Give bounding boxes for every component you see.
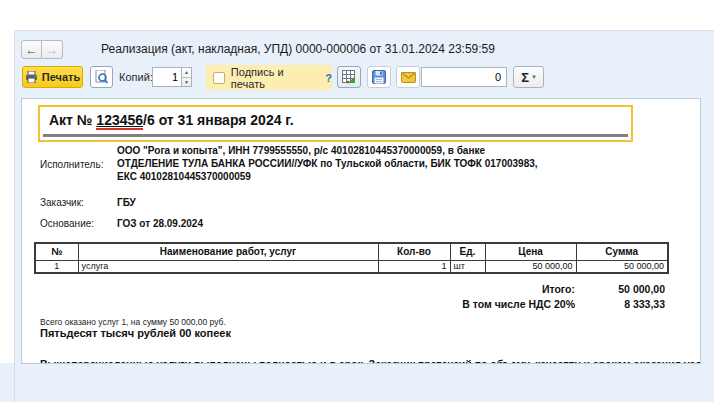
total-value: 50 000,00: [618, 283, 665, 295]
signature-option-group: Подпись и печать ?: [206, 65, 332, 90]
col-header-name: Наименование работ, услуг: [78, 243, 378, 260]
forward-button[interactable]: →: [42, 40, 63, 59]
printer-icon: [25, 71, 38, 83]
services-summary: Всего оказано услуг 1, на сумму 50 000,0…: [40, 317, 226, 327]
print-button[interactable]: Печать: [22, 66, 83, 88]
table-row[interactable]: 1 услуга 1 шт 50 000,00 50 000,00: [35, 260, 668, 273]
col-header-price: Цена: [485, 243, 576, 260]
act-title-suffix: /6 от 31 января 2024 г.: [143, 112, 294, 128]
act-title: Акт № 123456/6 от 31 января 2024 г.: [49, 112, 294, 128]
title-underline-rule: [43, 134, 628, 137]
cell-qty: 1: [378, 260, 450, 273]
spinner-up-icon[interactable]: ▲: [182, 68, 191, 78]
customer-label: Заказчик:: [40, 197, 84, 208]
selected-title-cell[interactable]: Акт № 123456/6 от 31 января 2024 г.: [38, 105, 633, 142]
vat-label: В том числе НДС 20%: [462, 298, 575, 310]
act-number: 123456: [96, 112, 143, 130]
print-form-window: ← → Реализация (акт, накладная, УПД) 000…: [14, 30, 714, 402]
save-button[interactable]: [367, 66, 391, 88]
copies-field: ▲ ▼: [152, 67, 192, 87]
cell-name: услуга: [78, 260, 378, 273]
vat-value: 8 333,33: [624, 298, 665, 310]
sum-function-button[interactable]: Σ ▾: [513, 66, 544, 88]
goods-table: № Наименование работ, услуг Кол-во Ед. Ц…: [34, 242, 669, 274]
col-header-unit: Ед.: [450, 243, 485, 260]
spreadsheet-settings-button[interactable]: [337, 66, 361, 88]
forward-arrow-icon: →: [46, 43, 58, 57]
total-label: Итого:: [542, 283, 575, 295]
col-header-number: №: [35, 243, 78, 260]
sigma-icon: Σ: [521, 70, 529, 85]
copies-spinner[interactable]: ▲ ▼: [181, 67, 192, 87]
preview-magnifier-icon: [95, 70, 108, 84]
toolbar: Печать Копий: ▲ ▼ Подпись и печать: [15, 65, 714, 91]
back-arrow-icon: ←: [26, 43, 38, 57]
cell-sum: 50 000,00: [576, 260, 668, 273]
amount-in-words: Пятьдесят тысяч рублей 00 копеек: [40, 327, 231, 339]
floppy-save-icon: [372, 70, 386, 84]
window-title-row: ← → Реализация (акт, накладная, УПД) 000…: [15, 39, 714, 61]
goods-table-header-row: № Наименование работ, услуг Кол-во Ед. Ц…: [35, 243, 668, 260]
chevron-down-icon: ▾: [532, 73, 536, 81]
cell-price: 50 000,00: [485, 260, 576, 273]
bottom-panel-band: [0, 363, 14, 402]
screenshot-root: ← → Реализация (акт, накладная, УПД) 000…: [0, 0, 714, 402]
cell-unit: шт: [450, 260, 485, 273]
copies-label: Копий:: [119, 71, 153, 83]
act-title-prefix: Акт №: [49, 112, 96, 128]
signature-help-link[interactable]: ?: [325, 72, 332, 84]
envelope-icon: [401, 72, 416, 83]
print-button-label: Печать: [42, 71, 80, 83]
basis-label: Основание:: [40, 218, 94, 229]
executor-value: ООО "Рога и копыта", ИНН 7799555550, р/с…: [117, 144, 677, 183]
spinner-down-icon[interactable]: ▼: [182, 78, 191, 87]
table-grid-icon: [342, 70, 356, 84]
executor-label: Исполнитель:: [40, 159, 103, 170]
basis-value: ГОЗ от 28.09.2024: [117, 217, 203, 230]
send-email-button[interactable]: [396, 66, 420, 88]
customer-value: ГБУ: [117, 196, 136, 209]
acceptance-clause-clipped: Вышеперечисленные услуги выполнены полно…: [40, 358, 701, 364]
window-title: Реализация (акт, накладная, УПД) 0000-00…: [101, 42, 495, 56]
signature-checkbox[interactable]: [213, 72, 225, 84]
document-preview: Акт № 123456/6 от 31 января 2024 г. Испо…: [21, 98, 701, 364]
col-header-sum: Сумма: [576, 243, 668, 260]
nav-button-group: ← →: [21, 40, 63, 59]
col-header-qty: Кол-во: [378, 243, 450, 260]
signature-label: Подпись и печать: [231, 66, 319, 90]
cell-number: 1: [35, 260, 78, 273]
preview-button[interactable]: [90, 66, 113, 88]
quick-sum-input[interactable]: [421, 67, 507, 87]
back-button[interactable]: ←: [21, 40, 42, 59]
copies-input[interactable]: [152, 67, 181, 87]
